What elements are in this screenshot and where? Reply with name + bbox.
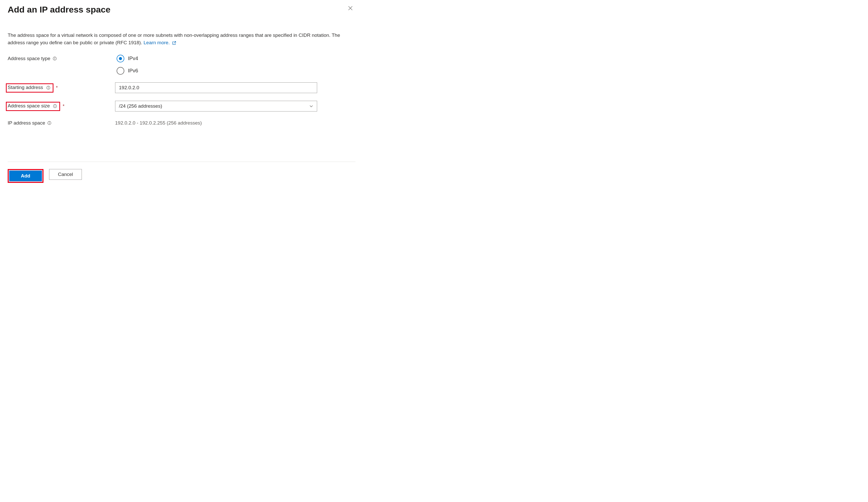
ip-address-space-label-cell: IP address space xyxy=(8,119,115,126)
info-icon[interactable] xyxy=(52,56,57,61)
radio-ipv6[interactable]: IPv6 xyxy=(117,67,355,75)
starting-address-input[interactable] xyxy=(115,82,317,93)
radio-icon xyxy=(117,55,124,62)
required-indicator: * xyxy=(63,104,64,109)
close-icon xyxy=(348,6,353,12)
add-button[interactable]: Add xyxy=(9,170,42,181)
svg-rect-8 xyxy=(55,106,55,107)
address-space-type-radio-group: IPv4 IPv6 xyxy=(115,55,355,75)
add-ip-address-space-panel: Add an IP address space The address spac… xyxy=(0,0,363,190)
info-icon[interactable] xyxy=(53,104,57,108)
chevron-down-icon xyxy=(309,104,313,108)
svg-point-7 xyxy=(55,105,55,106)
radio-ipv4[interactable]: IPv4 xyxy=(117,55,355,62)
learn-more-label: Learn more. xyxy=(144,40,169,45)
cancel-button[interactable]: Cancel xyxy=(49,169,82,180)
form: Address space type IPv4 IPv6 Starting ad… xyxy=(8,54,355,126)
address-space-size-label-cell: Address space size * xyxy=(8,100,115,111)
panel-title: Add an IP address space xyxy=(8,4,111,14)
address-space-type-label-cell: Address space type xyxy=(8,54,115,61)
panel-header: Add an IP address space xyxy=(8,2,355,16)
external-link-icon xyxy=(172,41,176,45)
radio-ipv4-label: IPv4 xyxy=(128,55,138,61)
panel-footer: Add Cancel xyxy=(8,162,355,183)
starting-address-value xyxy=(115,82,355,93)
learn-more-link[interactable]: Learn more. xyxy=(144,40,176,45)
info-icon[interactable] xyxy=(47,121,52,125)
close-button[interactable] xyxy=(345,3,355,14)
add-button-label: Add xyxy=(21,173,30,179)
cancel-button-label: Cancel xyxy=(58,171,73,177)
address-space-type-value: IPv4 IPv6 xyxy=(115,54,355,75)
starting-address-highlight: Starting address xyxy=(6,83,53,93)
radio-icon xyxy=(117,67,124,75)
starting-address-label-cell: Starting address * xyxy=(8,82,115,93)
ip-address-space-computed: 192.0.2.0 - 192.0.2.255 (256 addresses) xyxy=(115,119,355,126)
address-space-size-selected: /24 (256 addresses) xyxy=(119,103,162,109)
address-space-size-dropdown[interactable]: /24 (256 addresses) xyxy=(115,101,317,112)
svg-point-10 xyxy=(49,122,50,123)
starting-address-label: Starting address xyxy=(8,85,43,90)
svg-rect-11 xyxy=(49,123,50,124)
svg-point-4 xyxy=(48,87,49,87)
address-space-size-label: Address space size xyxy=(8,103,50,108)
address-space-size-value: /24 (256 addresses) xyxy=(115,100,355,112)
address-space-type-label: Address space type xyxy=(8,56,50,61)
svg-point-1 xyxy=(54,57,55,58)
radio-ipv6-label: IPv6 xyxy=(128,68,138,74)
info-icon[interactable] xyxy=(46,85,51,90)
required-indicator: * xyxy=(56,85,58,91)
ip-address-space-label: IP address space xyxy=(8,120,45,126)
add-button-highlight: Add xyxy=(8,169,43,183)
svg-rect-2 xyxy=(54,58,55,60)
address-space-size-highlight: Address space size xyxy=(6,102,60,111)
panel-description: The address space for a virtual network … xyxy=(8,31,355,46)
